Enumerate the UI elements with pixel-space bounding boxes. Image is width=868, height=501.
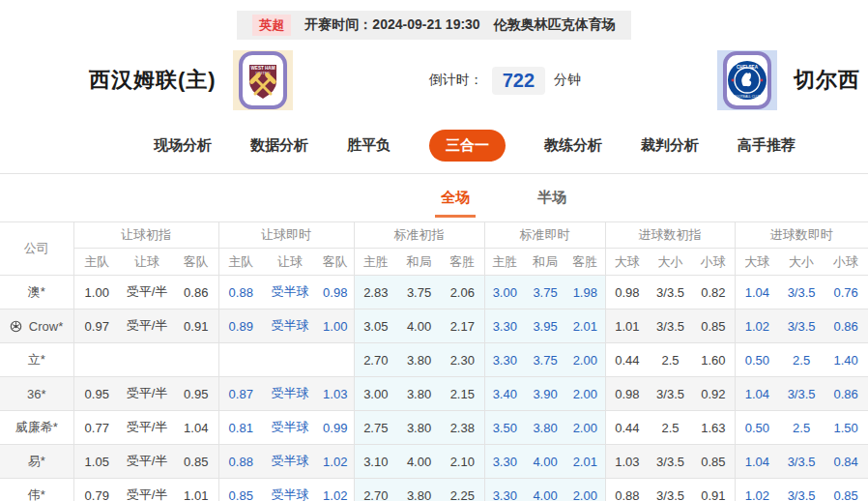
col-header: 客队: [317, 249, 354, 276]
svg-text:CHELSEA: CHELSEA: [737, 65, 759, 70]
odds-cell[interactable]: 受半球: [263, 445, 317, 479]
company-cell[interactable]: 伟*: [0, 479, 73, 501]
odds-cell[interactable]: 3.75: [525, 343, 565, 377]
countdown-label: 倒计时：: [429, 72, 483, 89]
odds-cell[interactable]: 0.88: [218, 445, 263, 479]
odds-cell: 3/3.5: [649, 309, 692, 343]
odds-cell: 3.80: [397, 411, 441, 445]
tab-expert-picks[interactable]: 高手推荐: [738, 130, 796, 162]
odds-cell[interactable]: 3.90: [525, 377, 565, 411]
odds-cell[interactable]: 0.99: [317, 411, 354, 445]
soccer-ball-icon: [10, 320, 22, 333]
odds-cell[interactable]: 0.76: [824, 276, 868, 309]
odds-cell[interactable]: 0.50: [735, 411, 779, 445]
odds-cell[interactable]: 3.40: [484, 377, 525, 411]
odds-cell[interactable]: 4.00: [525, 445, 565, 479]
odds-cell[interactable]: 1.02: [317, 479, 354, 501]
odds-cell: 2.75: [354, 411, 397, 445]
odds-cell[interactable]: 1.03: [317, 377, 354, 411]
odds-cell[interactable]: 0.88: [218, 276, 263, 309]
odds-cell[interactable]: 0.85: [824, 479, 868, 501]
odds-cell[interactable]: 0.50: [735, 343, 779, 377]
odds-cell[interactable]: 2.00: [565, 377, 605, 411]
odds-cell[interactable]: 3.30: [484, 343, 525, 377]
odds-cell[interactable]: [218, 343, 263, 377]
odds-cell[interactable]: 1.04: [735, 377, 779, 411]
odds-cell[interactable]: 0.98: [317, 276, 354, 309]
odds-cell: 1.01: [174, 479, 218, 501]
company-cell[interactable]: 立*: [0, 343, 73, 377]
odds-cell[interactable]: 1.02: [735, 479, 779, 501]
odds-cell[interactable]: 0.86: [824, 377, 868, 411]
company-cell[interactable]: 36*: [0, 377, 73, 411]
odds-cell: 0.82: [692, 276, 735, 309]
odds-cell: 0.85: [174, 445, 218, 479]
col-header: 客胜: [441, 249, 484, 276]
odds-cell[interactable]: 0.81: [218, 411, 263, 445]
odds-cell[interactable]: 2.5: [779, 343, 824, 377]
odds-cell[interactable]: 受半球: [263, 309, 317, 343]
odds-cell[interactable]: 4.00: [525, 479, 565, 501]
odds-cell[interactable]: [317, 343, 354, 377]
odds-cell[interactable]: 0.84: [824, 445, 868, 479]
odds-cell[interactable]: 1.02: [735, 309, 779, 343]
company-cell[interactable]: 易*: [0, 445, 73, 479]
company-cell[interactable]: 澳*: [0, 276, 73, 309]
odds-cell[interactable]: 受半球: [263, 276, 317, 309]
odds-cell[interactable]: 2.00: [565, 411, 605, 445]
odds-cell[interactable]: 3/3.5: [779, 445, 824, 479]
odds-cell: 0.77: [73, 411, 120, 445]
tab-full-time[interactable]: 全场: [435, 189, 476, 218]
tab-three-in-one[interactable]: 三合一: [429, 130, 506, 162]
odds-cell[interactable]: 3/3.5: [779, 309, 824, 343]
tab-coach-analysis[interactable]: 教练分析: [544, 130, 602, 162]
odds-cell: 2.38: [441, 411, 484, 445]
odds-cell[interactable]: 2.00: [565, 479, 605, 501]
odds-cell: 3.80: [397, 377, 441, 411]
odds-cell: 2.70: [354, 343, 397, 377]
odds-cell: 0.44: [605, 343, 649, 377]
odds-cell[interactable]: 2.00: [565, 343, 605, 377]
odds-cell[interactable]: 3/3.5: [779, 276, 824, 309]
odds-cell[interactable]: 1.98: [565, 276, 605, 309]
odds-cell[interactable]: 受半球: [263, 479, 317, 501]
odds-cell: 受平/半: [120, 309, 174, 343]
company-cell[interactable]: 威廉希*: [0, 411, 73, 445]
odds-cell[interactable]: 1.40: [824, 343, 868, 377]
odds-cell[interactable]: 受半球: [263, 411, 317, 445]
odds-cell[interactable]: 1.50: [824, 411, 868, 445]
odds-cell[interactable]: 1.04: [735, 276, 779, 309]
odds-cell[interactable]: 1.04: [735, 445, 779, 479]
odds-cell: [73, 343, 120, 377]
tab-referee-analysis[interactable]: 裁判分析: [641, 130, 699, 162]
odds-cell[interactable]: 3.30: [484, 445, 525, 479]
odds-cell[interactable]: 3/3.5: [779, 479, 824, 501]
odds-cell[interactable]: 3.30: [484, 479, 525, 501]
odds-cell: 0.95: [174, 377, 218, 411]
odds-cell: 0.44: [605, 411, 649, 445]
odds-cell[interactable]: 1.02: [317, 445, 354, 479]
odds-cell[interactable]: 3/3.5: [779, 377, 824, 411]
odds-cell[interactable]: 3.50: [484, 411, 525, 445]
company-cell[interactable]: Crow*: [0, 309, 73, 343]
tab-win-draw-loss[interactable]: 胜平负: [347, 130, 391, 162]
tab-half-time[interactable]: 半场: [532, 189, 572, 218]
odds-cell[interactable]: 2.01: [565, 445, 605, 479]
odds-cell[interactable]: 受半球: [263, 377, 317, 411]
tab-data-analysis[interactable]: 数据分析: [250, 130, 308, 162]
odds-cell[interactable]: 3.75: [525, 276, 565, 309]
odds-cell[interactable]: 0.89: [218, 309, 263, 343]
odds-cell[interactable]: 0.85: [218, 479, 263, 501]
odds-cell[interactable]: 3.80: [525, 411, 565, 445]
odds-cell[interactable]: 2.01: [565, 309, 605, 343]
tab-live-analysis[interactable]: 现场分析: [154, 130, 212, 162]
odds-cell[interactable]: 3.00: [484, 276, 525, 309]
odds-cell[interactable]: [263, 343, 317, 377]
odds-cell[interactable]: 0.86: [824, 309, 868, 343]
odds-cell[interactable]: 0.87: [218, 377, 263, 411]
odds-cell[interactable]: 2.5: [779, 411, 824, 445]
odds-cell[interactable]: 1.00: [317, 309, 354, 343]
odds-cell[interactable]: 3.95: [525, 309, 565, 343]
period-tabs: 全场 半场: [70, 174, 868, 218]
odds-cell[interactable]: 3.30: [484, 309, 525, 343]
